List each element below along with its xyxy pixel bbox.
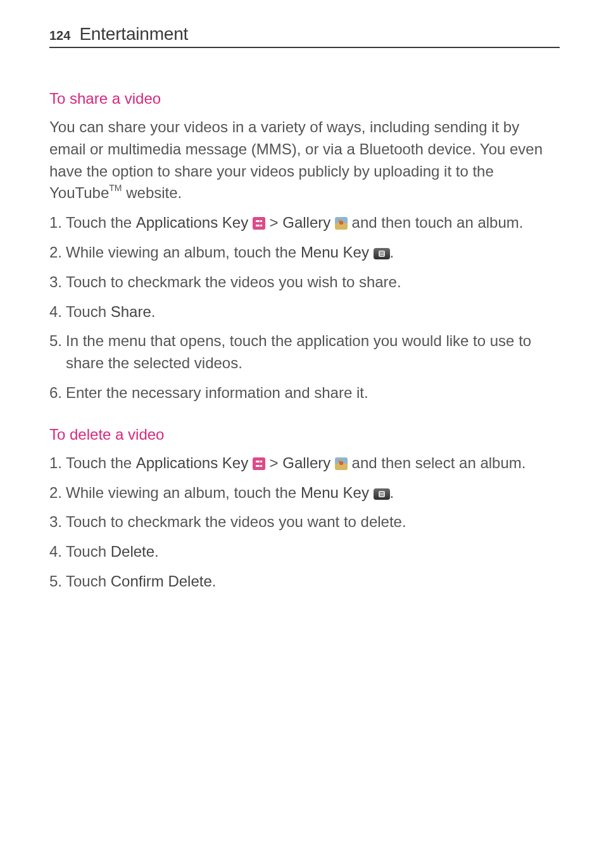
applications-key-icon	[253, 457, 265, 470]
delete-label: Delete	[111, 543, 154, 560]
list-item: Enter the necessary information and shar…	[49, 382, 560, 404]
step-tail: .	[390, 244, 394, 261]
step-text: Touch	[66, 543, 111, 560]
menu-key-icon	[374, 488, 390, 500]
list-item: Touch the Applications Key > Gallery and…	[49, 212, 560, 234]
share-label: Share	[111, 303, 151, 320]
step-tail: .	[212, 573, 217, 590]
menu-key-label: Menu Key	[301, 484, 374, 501]
page: 124 Entertainment To share a video You c…	[0, 0, 604, 652]
share-intro-tail: website.	[122, 184, 182, 201]
gallery-label: Gallery	[282, 214, 335, 231]
step-tail: and then touch an album.	[348, 214, 524, 231]
step-tail: .	[154, 543, 159, 560]
trademark-sup: TM	[109, 183, 122, 193]
step-text: Touch	[66, 573, 111, 590]
list-item: In the menu that opens, touch the applic…	[49, 330, 560, 375]
list-item: While viewing an album, touch the Menu K…	[49, 482, 560, 504]
step-text: Touch to checkmark the videos you wish t…	[66, 273, 401, 290]
share-intro: You can share your videos in a variety o…	[49, 116, 560, 204]
list-item: Touch to checkmark the videos you wish t…	[49, 271, 560, 294]
list-item: Touch Confirm Delete.	[49, 571, 560, 593]
list-item: While viewing an album, touch the Menu K…	[49, 242, 560, 264]
applications-key-label: Applications Key	[136, 454, 253, 471]
section-title-delete: To delete a video	[49, 426, 560, 443]
gallery-label: Gallery	[282, 454, 335, 471]
list-item: Touch the Applications Key > Gallery and…	[49, 452, 560, 474]
step-text: Touch to checkmark the videos you want t…	[66, 513, 406, 530]
step-text: While viewing an album, touch the	[66, 484, 301, 501]
page-title: Entertainment	[79, 24, 188, 44]
separator: >	[265, 454, 282, 471]
menu-key-icon	[374, 248, 390, 259]
page-header: 124 Entertainment	[49, 24, 560, 48]
share-steps: Touch the Applications Key > Gallery and…	[49, 212, 560, 404]
step-text: Touch	[66, 303, 111, 320]
page-number: 124	[49, 28, 70, 43]
delete-steps: Touch the Applications Key > Gallery and…	[49, 452, 560, 593]
list-item: Touch Delete.	[49, 541, 560, 563]
list-item: Touch to checkmark the videos you want t…	[49, 511, 560, 533]
step-tail: .	[151, 303, 156, 320]
step-text: While viewing an album, touch the	[66, 244, 301, 261]
separator: >	[265, 214, 282, 231]
section-title-share: To share a video	[49, 90, 560, 108]
applications-key-icon	[253, 217, 265, 230]
applications-key-label: Applications Key	[136, 214, 253, 231]
step-text: Touch the	[66, 454, 136, 471]
list-item: Touch Share.	[49, 301, 560, 323]
step-text: Touch the	[66, 214, 136, 231]
step-text: Enter the necessary information and shar…	[66, 384, 368, 401]
step-text: In the menu that opens, touch the applic…	[66, 332, 531, 371]
gallery-icon	[335, 457, 348, 470]
menu-key-label: Menu Key	[301, 244, 374, 261]
step-tail: .	[390, 484, 394, 501]
confirm-delete-label: Confirm Delete	[111, 573, 212, 590]
step-tail: and then select an album.	[348, 454, 526, 471]
gallery-icon	[335, 217, 348, 230]
